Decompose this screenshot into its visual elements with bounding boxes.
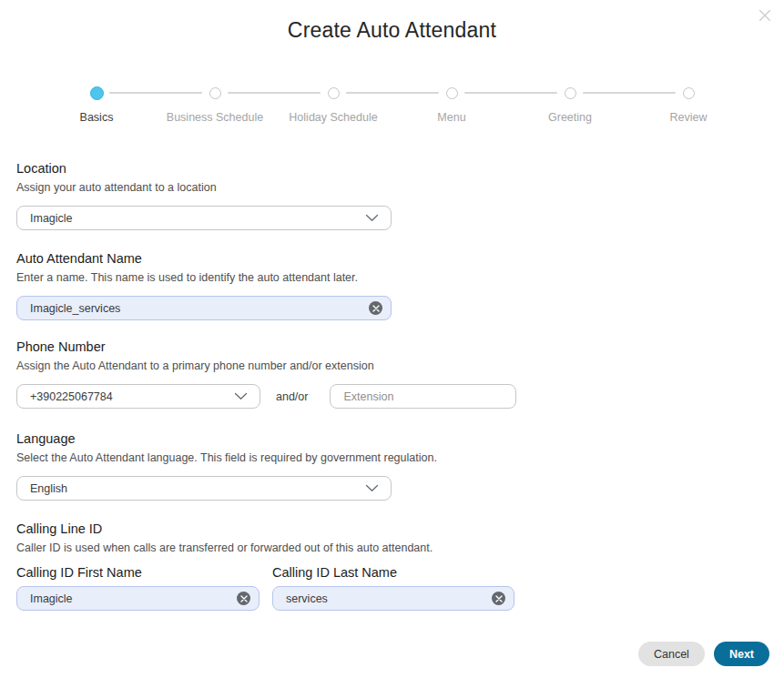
step-greeting[interactable]: Greeting <box>511 86 629 124</box>
clear-input-icon[interactable] <box>237 592 250 605</box>
phone-number-select[interactable]: +390225067784 <box>16 384 260 409</box>
chevron-down-icon <box>365 214 379 222</box>
attendant-name-description: Enter a name. This name is used to ident… <box>16 272 392 284</box>
language-description: Select the Auto Attendant language. This… <box>16 452 437 464</box>
section-calling-line-id: Calling Line ID Caller ID is used when c… <box>16 522 514 611</box>
clear-input-icon[interactable] <box>492 592 505 605</box>
step-circle-icon <box>328 87 340 99</box>
calling-id-last-name-field: Calling ID Last Name <box>272 566 514 611</box>
step-circle-active-icon <box>90 86 104 100</box>
x-glyph <box>240 595 248 602</box>
section-attendant-name: Auto Attendant Name Enter a name. This n… <box>16 252 392 320</box>
location-description: Assign your auto attendant to a location <box>16 182 392 194</box>
language-select[interactable]: English <box>16 476 392 501</box>
step-label: Review <box>670 111 708 124</box>
wizard-stepper: Basics Business Schedule Holiday Schedul… <box>37 86 748 124</box>
calling-line-id-heading: Calling Line ID <box>16 522 514 536</box>
andor-label: and/or <box>276 390 308 403</box>
phone-number-heading: Phone Number <box>16 340 516 354</box>
step-label: Basics <box>80 111 114 124</box>
page-title: Create Auto Attendant <box>0 18 784 43</box>
step-label: Menu <box>437 111 465 124</box>
chevron-down-icon <box>365 484 379 492</box>
calling-id-first-name-input[interactable] <box>16 586 260 611</box>
chevron-down-icon <box>234 392 248 400</box>
section-phone-number: Phone Number Assign the Auto Attendant t… <box>16 340 516 409</box>
step-basics[interactable]: Basics <box>37 86 156 124</box>
x-glyph <box>372 305 380 312</box>
calling-id-last-name-input[interactable] <box>272 586 514 611</box>
location-heading: Location <box>16 162 392 176</box>
location-select[interactable]: Imagicle <box>16 206 392 230</box>
step-circle-icon <box>683 87 695 99</box>
step-circle-icon <box>446 87 458 99</box>
location-selected-value: Imagicle <box>30 212 73 225</box>
step-label: Business Schedule <box>167 111 263 124</box>
step-business-schedule[interactable]: Business Schedule <box>156 86 274 124</box>
step-circle-icon <box>565 87 576 99</box>
extension-input[interactable] <box>330 384 516 409</box>
language-heading: Language <box>16 432 437 446</box>
x-glyph <box>495 595 503 602</box>
phone-number-selected-value: +390225067784 <box>30 390 113 403</box>
attendant-name-heading: Auto Attendant Name <box>16 252 392 266</box>
step-review[interactable]: Review <box>629 86 748 124</box>
step-label: Greeting <box>548 111 592 124</box>
dialog-footer: Cancel Next <box>638 642 769 666</box>
attendant-name-input[interactable] <box>16 296 392 320</box>
clear-input-icon[interactable] <box>369 301 382 315</box>
step-label: Holiday Schedule <box>289 111 377 124</box>
section-location: Location Assign your auto attendant to a… <box>16 162 392 230</box>
step-menu[interactable]: Menu <box>392 86 511 124</box>
calling-line-id-description: Caller ID is used when calls are transfe… <box>16 542 514 554</box>
step-holiday-schedule[interactable]: Holiday Schedule <box>274 86 392 124</box>
step-circle-icon <box>209 87 221 99</box>
calling-id-first-name-label: Calling ID First Name <box>16 566 260 580</box>
next-button[interactable]: Next <box>714 642 769 666</box>
phone-number-description: Assign the Auto Attendant to a primary p… <box>16 360 516 372</box>
calling-id-first-name-field: Calling ID First Name <box>16 566 260 611</box>
language-selected-value: English <box>30 482 67 495</box>
section-language: Language Select the Auto Attendant langu… <box>16 432 437 501</box>
calling-id-last-name-label: Calling ID Last Name <box>272 566 514 580</box>
cancel-button[interactable]: Cancel <box>638 642 705 666</box>
